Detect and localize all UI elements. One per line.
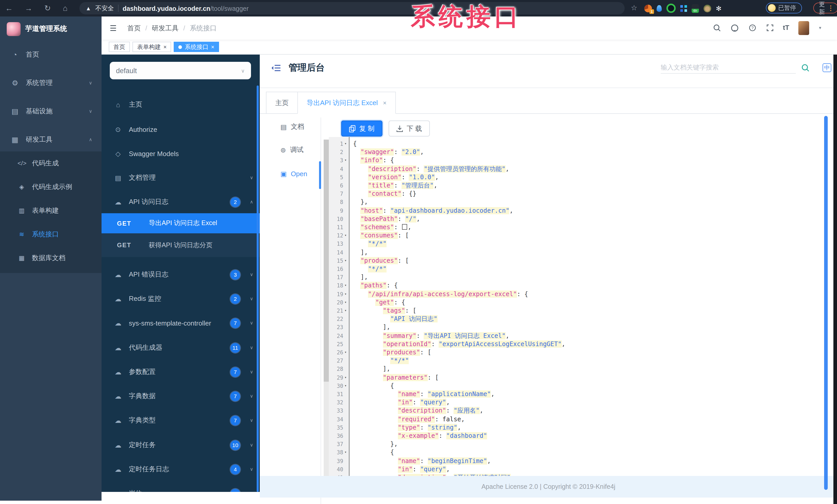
language-icon[interactable]: 中 bbox=[823, 63, 831, 72]
fold-arrow-icon[interactable]: ▾ bbox=[343, 450, 348, 454]
breadcrumb-item: 系统接口 bbox=[190, 23, 217, 33]
doc-menu-item-10[interactable]: ☁代码生成器11∨ bbox=[102, 336, 256, 359]
close-icon[interactable]: × bbox=[163, 44, 167, 50]
fold-arrow-icon[interactable]: ▾ bbox=[343, 384, 348, 388]
sidebar-subitem-2[interactable]: ▥表单构建 bbox=[0, 199, 102, 223]
doc-menu-item-13[interactable]: ☁字典类型7∨ bbox=[102, 409, 256, 432]
fold-arrow-icon[interactable]: ▾ bbox=[343, 375, 348, 379]
doc-menu-item-label: API 访问日志 bbox=[129, 197, 168, 207]
rail-item-调试[interactable]: ⊚调试 bbox=[280, 145, 304, 154]
fold-arrow-icon[interactable]: ▾ bbox=[343, 300, 348, 304]
doc-menu-item-12[interactable]: ☁字典数据7∨ bbox=[102, 385, 256, 407]
search-icon[interactable] bbox=[713, 24, 721, 32]
code-line: "get": { bbox=[353, 298, 405, 306]
github-icon[interactable] bbox=[730, 24, 739, 33]
doc-menu-item-0[interactable]: ⌂主页 bbox=[102, 93, 256, 116]
doc-menu-item-9[interactable]: ☁sys-sms-template-controller7∨ bbox=[102, 312, 256, 334]
json-key: "get" bbox=[375, 299, 394, 306]
doc-menu-item-8[interactable]: ☁Redis 监控2∨ bbox=[102, 287, 256, 310]
fold-arrow-icon[interactable]: ▾ bbox=[343, 142, 348, 146]
chevron-down-icon[interactable]: ▾ bbox=[819, 25, 821, 31]
avatar[interactable] bbox=[798, 21, 809, 35]
doc-menu-item-2[interactable]: ◇Swagger Models bbox=[102, 142, 256, 165]
breadcrumb-item[interactable]: 首页 bbox=[127, 23, 141, 33]
close-icon[interactable]: × bbox=[211, 44, 214, 50]
fold-arrow-icon[interactable]: ▾ bbox=[343, 283, 348, 288]
tag-表单构建[interactable]: 表单构建× bbox=[132, 42, 171, 52]
main-scrollbar[interactable] bbox=[824, 116, 828, 490]
home-icon[interactable]: ⌂ bbox=[63, 3, 68, 13]
doc-menu-item-4[interactable]: ☁API 访问日志2∧ bbox=[102, 191, 256, 213]
doc-menu-item-14[interactable]: ☁定时任务10∨ bbox=[102, 434, 256, 456]
bookmark-star-icon[interactable]: ☆ bbox=[631, 4, 637, 12]
fullscreen-icon[interactable] bbox=[766, 24, 774, 32]
count-badge: 2 bbox=[230, 294, 240, 304]
doc-menu-item-11[interactable]: ☁参数配置7∨ bbox=[102, 360, 256, 383]
extension-grid-icon[interactable] bbox=[680, 5, 687, 12]
api-icon: ☁ bbox=[114, 319, 122, 327]
json-string: "query" bbox=[420, 399, 446, 406]
close-icon[interactable]: × bbox=[383, 99, 387, 106]
doc-search-input[interactable] bbox=[661, 62, 796, 73]
api-icon: ☁ bbox=[114, 392, 122, 400]
back-icon[interactable]: ← bbox=[5, 3, 13, 13]
code-line: }, bbox=[353, 440, 398, 448]
json-punct: : [ bbox=[398, 257, 409, 264]
sidebar-subitem-1[interactable]: ◈代码生成示例 bbox=[0, 175, 102, 199]
help-icon[interactable]: ? bbox=[748, 24, 756, 32]
logo[interactable]: 芋道管理系统 bbox=[0, 17, 102, 41]
extension-monkey-icon[interactable] bbox=[704, 4, 711, 12]
fold-arrow-icon[interactable]: ▾ bbox=[343, 259, 348, 263]
update-button[interactable]: 更新 ⋮ bbox=[813, 3, 837, 13]
doc-menu-item-1[interactable]: ⊙Authorize bbox=[102, 118, 256, 141]
fold-arrow-icon[interactable]: ▾ bbox=[343, 350, 348, 354]
api-item-5[interactable]: GET导出API 访问日志 Excel bbox=[102, 213, 260, 233]
fold-arrow-icon[interactable]: ▾ bbox=[343, 309, 348, 313]
rail-item-Open[interactable]: ▣Open bbox=[280, 170, 307, 178]
extension-bottle-icon[interactable]: 6h bbox=[692, 4, 699, 13]
tab-0[interactable]: 主页 bbox=[266, 92, 298, 114]
fold-arrow-icon[interactable]: ▾ bbox=[343, 158, 348, 163]
doc-menu-item-3[interactable]: ▤文档管理∨ bbox=[102, 166, 256, 189]
extension-drop-icon[interactable] bbox=[657, 5, 662, 12]
sidebar-subitem-4[interactable]: ▦数据库文档 bbox=[0, 246, 102, 270]
group-select[interactable]: default ∨ bbox=[110, 62, 251, 79]
sidebar-item-2[interactable]: ▤基础设施∨ bbox=[0, 98, 102, 124]
collapse-menu-icon[interactable] bbox=[271, 64, 281, 72]
paused-extension-pill[interactable]: 已暂停 bbox=[766, 3, 802, 13]
fold-arrow-icon[interactable]: ▾ bbox=[343, 292, 348, 296]
forward-icon[interactable]: → bbox=[25, 3, 33, 13]
font-size-icon[interactable]: tT bbox=[783, 24, 789, 32]
sidebar-subitem-3[interactable]: ≋系统接口 bbox=[0, 223, 102, 246]
doc-menu-item-7[interactable]: ☁API 错误日志3∨ bbox=[102, 263, 256, 286]
tag-首页[interactable]: 首页 bbox=[109, 42, 130, 52]
fold-arrow-icon[interactable]: ▾ bbox=[343, 234, 348, 238]
download-button[interactable]: 下 载 bbox=[389, 120, 430, 136]
reload-icon[interactable]: ↻ bbox=[44, 3, 51, 13]
api-item-6[interactable]: GET获得API 访问日志分页 bbox=[102, 233, 260, 257]
rail-item-文档[interactable]: ▤文档 bbox=[280, 122, 304, 131]
browser-menu-icon[interactable]: ⋮ bbox=[827, 4, 834, 12]
breadcrumb-item[interactable]: 研发工具 bbox=[152, 23, 179, 33]
copy-button[interactable]: 复 制 bbox=[341, 120, 382, 136]
tag-系统接口[interactable]: 系统接口× bbox=[174, 42, 219, 52]
extension-orange-icon[interactable]: 1 bbox=[644, 4, 652, 12]
emoji-face-icon bbox=[768, 4, 776, 12]
tab-1[interactable]: 导出API 访问日志 Excel× bbox=[297, 92, 396, 114]
doc-search-icon[interactable] bbox=[801, 63, 810, 72]
gutter-line: 27 bbox=[337, 356, 348, 365]
doc-menu-item-16[interactable]: ☁岗位∨ bbox=[102, 482, 256, 492]
sidebar-subitem-0[interactable]: </>代码生成 bbox=[0, 151, 102, 175]
editor-scrollbar-thumb[interactable] bbox=[324, 139, 329, 382]
doc-panel-scrollbar[interactable] bbox=[257, 86, 259, 492]
extension-flower-icon[interactable]: ✻ bbox=[716, 4, 722, 12]
extension-green-ring-icon[interactable] bbox=[666, 4, 676, 13]
code-line: "name": "applicationName", bbox=[353, 390, 495, 398]
hamburger-icon[interactable]: ☰ bbox=[110, 24, 117, 33]
indent bbox=[353, 199, 360, 206]
sidebar-item-0[interactable]: ◔首页 bbox=[0, 42, 102, 68]
address-bar[interactable]: ▲ 不安全 dashboard.yudao.iocoder.cn/tool/sw… bbox=[79, 2, 625, 14]
doc-menu-item-15[interactable]: ☁定时任务日志4∨ bbox=[102, 458, 256, 481]
sidebar-item-3[interactable]: ▦研发工具∧ bbox=[0, 127, 102, 152]
sidebar-item-1[interactable]: ⚙系统管理∨ bbox=[0, 70, 102, 96]
